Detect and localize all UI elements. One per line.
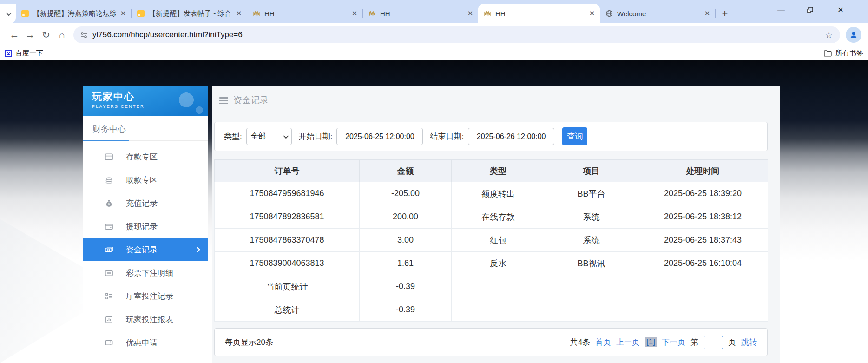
end-date-label: 结束日期: (430, 131, 464, 142)
moneybag-icon: ¥ (104, 198, 113, 208)
column-header: 订单号 (215, 160, 360, 182)
bookmark-label: 百度一下 (15, 49, 43, 58)
tab-close-icon[interactable]: ✕ (703, 9, 711, 18)
tab-close-icon[interactable]: ✕ (466, 9, 474, 18)
sidebar-item-fund-records[interactable]: 资金记录 (83, 238, 208, 261)
page-background: 玩家中心 PLAYERS CENTER 财务中心 存款专区 取款专区 ¥ 充值记… (0, 60, 868, 363)
sidebar-item-deposit[interactable]: 存款专区 (83, 145, 208, 168)
first-page-link[interactable]: 首页 (595, 337, 611, 348)
current-page-badge: [1] (645, 337, 657, 347)
divider (817, 49, 817, 58)
all-bookmarks-button[interactable]: 所有书签 (817, 49, 863, 58)
restore-icon[interactable] (799, 0, 821, 20)
tab-close-icon[interactable]: ✕ (350, 9, 359, 18)
pager: 共4条 首页 上一页 [1] 下一页 第 页 跳转 (570, 336, 757, 349)
list-card-icon (104, 268, 113, 277)
page-title: 资金记录 (233, 94, 269, 106)
tab-close-icon[interactable]: ✕ (235, 9, 243, 18)
sidebar-banner: 玩家中心 PLAYERS CENTER (83, 86, 208, 116)
jump-link[interactable]: 跳转 (741, 337, 757, 348)
sidebar-item-label: 提现记录 (126, 221, 158, 232)
sidebar-item-player-bet-report[interactable]: 玩家投注报表 (83, 308, 208, 331)
navigation-bar: ← → ↻ ⌂ yl756.com/hhcp/usercenter.html?i… (0, 23, 868, 46)
cell-time: 2025-06-25 18:38:12 (638, 205, 768, 229)
cell-label: 总统计 (215, 298, 360, 322)
sidebar-item-recharge-records[interactable]: ¥ 充值记录 (83, 191, 208, 215)
sidebar-item-withdrawal-records[interactable]: 提现记录 (83, 215, 208, 238)
globe-icon (605, 10, 613, 17)
browser-window: 【新提醒】海燕策略论坛综 ✕ 【新提醒】发表帖子 - 综合 ✕ HH ✕ HH … (0, 0, 868, 363)
tab-title: 【新提醒】发表帖子 - 综合 (149, 9, 232, 18)
menu-icon[interactable] (219, 97, 228, 104)
sidebar-item-withdraw[interactable]: 取款专区 (83, 168, 208, 191)
cell-time: 2025-06-25 16:10:04 (638, 252, 768, 275)
browser-tab[interactable]: HH ✕ (363, 4, 478, 23)
sidebar-item-lottery-bet-details[interactable]: 彩票下注明细 (83, 261, 208, 284)
table-header-row: 订单号 金额 类型 项目 处理时间 (215, 160, 768, 182)
end-date-input[interactable] (468, 128, 554, 145)
fund-records-table: 订单号 金额 类型 项目 处理时间 1750847959681946 -205.… (214, 159, 768, 322)
page-jump-input[interactable] (704, 336, 723, 349)
cell-type: 反水 (452, 252, 545, 275)
forward-icon[interactable]: → (22, 27, 38, 43)
sidebar-item-label: 存款专区 (126, 152, 158, 162)
bookmark-item-baidu[interactable]: 百度一下 (5, 49, 43, 58)
browser-tab[interactable]: 【新提醒】发表帖子 - 综合 ✕ (132, 4, 247, 23)
address-bar[interactable]: yl756.com/hhcp/usercenter.html?iniType=6… (73, 26, 840, 43)
start-date-input[interactable] (336, 128, 423, 145)
grid-list-icon (104, 291, 113, 301)
cell-amount: 200.00 (360, 205, 452, 229)
jump-prefix: 第 (690, 337, 698, 348)
forum-icon (21, 10, 29, 17)
table-row: 1750847863370478 3.00 红包 系统 2025-06-25 1… (215, 229, 768, 252)
total-count: 共4条 (570, 337, 590, 348)
sidebar-item-hall-bet-records[interactable]: 厅室投注记录 (83, 284, 208, 308)
minimize-icon[interactable]: — (770, 0, 792, 20)
type-select[interactable]: 全部 (246, 128, 292, 145)
sidebar-item-label: 玩家投注报表 (126, 314, 173, 325)
sidebar-item-promo-apply[interactable]: 优惠申请 (83, 331, 208, 354)
profile-avatar[interactable] (846, 27, 861, 43)
cell-label: 当前页统计 (215, 275, 360, 298)
sidebar-item-label: 取款专区 (126, 175, 158, 185)
cell-time: 2025-06-25 18:39:20 (638, 182, 768, 205)
tab-title: 【新提醒】海燕策略论坛综 (33, 9, 116, 18)
bookmark-star-icon[interactable]: ☆ (821, 30, 836, 40)
tab-title: HH (495, 10, 585, 18)
tab-title: HH (264, 10, 348, 18)
browser-tab[interactable]: HH ✕ (247, 4, 362, 23)
table-row: 1750839004063813 1.61 反水 BB视讯 2025-06-25… (215, 252, 768, 275)
folder-icon (824, 50, 832, 57)
cell-amount: 3.00 (360, 229, 452, 252)
hh-icon (253, 10, 260, 17)
cell-project: 系统 (545, 205, 638, 229)
browser-tab-active[interactable]: HH ✕ (478, 4, 600, 23)
tab-close-icon[interactable]: ✕ (588, 9, 596, 18)
new-tab-button[interactable]: + (718, 7, 731, 20)
next-page-link[interactable]: 下一页 (662, 337, 685, 348)
search-button[interactable]: 查询 (562, 127, 587, 145)
browser-tab[interactable]: Welcome ✕ (600, 4, 715, 23)
sidebar-menu: 存款专区 取款专区 ¥ 充值记录 提现记录 资金记录 (83, 145, 208, 354)
forum-icon (137, 10, 145, 17)
cell-order-no: 1750847892836581 (215, 205, 360, 229)
url-text[interactable]: yl756.com/hhcp/usercenter.html?iniType=6 (92, 30, 821, 40)
baidu-icon (5, 50, 12, 57)
tab-close-icon[interactable]: ✕ (119, 9, 127, 18)
tab-search-button[interactable] (0, 4, 16, 23)
banknotes-icon (104, 245, 113, 254)
back-icon[interactable]: ← (7, 27, 22, 43)
cell-amount: -205.00 (360, 182, 452, 205)
type-label: 类型: (224, 131, 242, 142)
sidebar-section-title: 财务中心 (83, 116, 208, 135)
sidebar-item-label: 优惠申请 (126, 337, 158, 348)
table-row: 1750847959681946 -205.00 额度转出 BB平台 2025-… (215, 182, 768, 205)
browser-tab[interactable]: 【新提醒】海燕策略论坛综 ✕ (16, 4, 131, 23)
prev-page-link[interactable]: 上一页 (616, 337, 640, 348)
home-icon[interactable]: ⌂ (54, 27, 70, 43)
close-window-icon[interactable]: ✕ (830, 0, 851, 20)
site-info-icon[interactable] (80, 31, 88, 39)
cell-order-no: 1750847959681946 (215, 182, 360, 205)
reload-icon[interactable]: ↻ (38, 27, 54, 43)
sidebar-title: 玩家中心 (92, 90, 208, 103)
